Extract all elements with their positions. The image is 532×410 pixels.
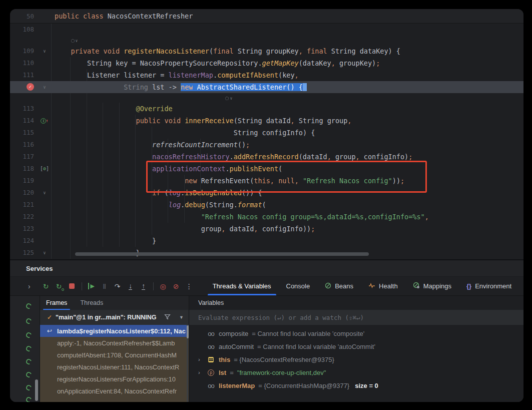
stack-frame-row[interactable]: registerNacosListener:111, NacosContextR [40, 361, 189, 373]
inlay-chevron-icon[interactable]: ∨ [76, 39, 78, 43]
tab-health[interactable]: Health [368, 277, 398, 295]
subtab-frames[interactable]: Frames [46, 296, 67, 310]
breakpoint-icon[interactable]: ✓ [27, 83, 34, 91]
variable-row[interactable]: ooautoCommit = Cannot find local variabl… [189, 340, 523, 353]
stop-icon[interactable] [66, 280, 79, 292]
gutter-icon-area[interactable] [38, 199, 51, 211]
code-line-121[interactable]: 121log.debug(String.format( [10, 199, 523, 211]
variable-row[interactable]: ›plst = "framework-core-up-client,dev" [189, 366, 523, 379]
line-number[interactable]: 125 [10, 247, 38, 259]
gutter-icon-area[interactable] [38, 57, 51, 69]
code-line-112[interactable]: ✓∨String lst -> new AbstractSharedListen… [10, 81, 523, 93]
gutter-icon-area[interactable] [38, 9, 51, 23]
subtab-threads[interactable]: Threads [80, 296, 103, 310]
stack-frame-row[interactable]: registerNacosListenersForApplications:10 [40, 373, 189, 385]
fold-chevron-icon[interactable]: ∨ [43, 49, 46, 54]
gutter-icon-area[interactable] [38, 127, 51, 139]
code-line-122[interactable]: 122"Refresh Nacos config group=%s,dataId… [10, 211, 523, 223]
gutter-icon-area[interactable] [38, 151, 51, 163]
fold-chevron-icon[interactable]: ∨ [43, 190, 46, 195]
tab-environment[interactable]: {}Environment [466, 277, 511, 295]
gutter-icon-area[interactable]: ∨ [38, 45, 51, 57]
code-line-119[interactable]: 119new RefreshEvent(this, null, "Refresh… [10, 175, 523, 187]
inlay-hint-row[interactable]: ∨ [10, 36, 523, 45]
code-line-115[interactable]: 115String configInfo) { [10, 127, 523, 139]
thread-selector[interactable]: ✓ "main"@1 in gr...main": RUNNING ▼ [40, 310, 189, 325]
code-line-117[interactable]: 117nacosRefreshHistory.addRefreshRecord(… [10, 151, 523, 163]
code-line-120[interactable]: 120∨if (log.isDebugEnabled()) { [10, 187, 523, 199]
line-number[interactable]: 110 [10, 57, 38, 69]
line-number[interactable]: 123 [10, 223, 38, 235]
chevron-down-icon[interactable]: ▼ [179, 315, 184, 320]
resume-icon[interactable]: ▶ [85, 280, 98, 292]
line-number[interactable]: 118 [10, 163, 38, 175]
line-number[interactable]: 113 [10, 103, 38, 115]
code-line-124[interactable]: 124} [10, 235, 523, 247]
code-line-108[interactable]: 108 [10, 24, 523, 36]
running-service-icon[interactable] [25, 317, 33, 325]
gutter-icon-area[interactable]: [⊘] [38, 163, 51, 175]
gutter-icon-area[interactable] [38, 24, 51, 36]
stack-frame-row[interactable]: onApplicationEvent:84, NacosContextRefr [40, 385, 189, 397]
expand-chevron-icon[interactable]: › [198, 356, 203, 362]
fold-chevron-icon[interactable]: ∨ [43, 250, 46, 255]
running-service-icon[interactable] [25, 384, 33, 391]
rerun-icon[interactable]: ↻ [40, 280, 53, 292]
gutter-icon-area[interactable] [38, 223, 51, 235]
line-number[interactable]: 124 [10, 235, 38, 247]
expand-services-tree-icon[interactable]: › [28, 282, 31, 290]
line-number[interactable]: 120 [10, 187, 38, 199]
evaluate-expression-input[interactable] [198, 314, 510, 321]
line-number[interactable] [10, 93, 38, 103]
rerun-debug-icon[interactable]: ↻ [53, 280, 66, 292]
tab-console[interactable]: Console [286, 277, 310, 295]
line-number[interactable]: 115 [10, 127, 38, 139]
inlay-hint-row[interactable]: ∨ [10, 93, 523, 103]
filter-frames-icon[interactable] [164, 314, 171, 321]
line-number[interactable]: 108 [10, 24, 38, 36]
mute-breakpoints-icon[interactable]: ⊘ [170, 280, 183, 292]
gutter-icon-area[interactable] [38, 211, 51, 223]
fold-chevron-icon[interactable]: ∨ [43, 85, 46, 90]
gutter-icon-area[interactable] [38, 93, 51, 103]
variable-row[interactable]: oocomposite = Cannot find local variable… [189, 327, 523, 340]
line-number[interactable]: 117 [10, 151, 38, 163]
code-line-109[interactable]: 109∨private void registerNacosListener(f… [10, 45, 523, 57]
pause-icon[interactable]: Ⅱ [98, 280, 111, 292]
stack-frame-row[interactable]: computeIfAbsent:1708, ConcurrentHashM [40, 349, 189, 361]
gutter-icon-area[interactable] [38, 103, 51, 115]
gutter-icon-area[interactable] [38, 175, 51, 187]
expand-chevron-icon[interactable]: › [198, 369, 203, 375]
running-service-icon[interactable] [25, 396, 33, 402]
code-line-50[interactable]: 50public class NacosContextRefresher [10, 9, 523, 24]
services-tree-scrollbar[interactable] [35, 379, 38, 401]
inlay-gear-icon[interactable] [225, 97, 229, 100]
inlay-chevron-icon[interactable]: ∨ [230, 96, 232, 101]
line-number[interactable]: 50 [10, 9, 38, 23]
line-number[interactable] [10, 36, 38, 45]
inlay-gear-icon[interactable] [71, 39, 75, 43]
line-number[interactable]: 111 [10, 69, 38, 81]
line-number[interactable]: 122 [10, 211, 38, 223]
step-over-icon[interactable]: ↷ [111, 280, 124, 292]
code-line-110[interactable]: 110String key = NacosPropertySourceRepos… [10, 57, 523, 69]
code-line-111[interactable]: 111Listener listener = listenerMap.compu… [10, 69, 523, 81]
code-line-118[interactable]: 118[⊘]applicationContext.publishEvent( [10, 163, 523, 175]
line-number[interactable]: 114 [10, 115, 38, 127]
variable-row[interactable]: oolistenerMap = {ConcurrentHashMap@9377}… [189, 379, 523, 392]
running-service-icon[interactable] [25, 331, 33, 339]
code-editor[interactable]: 50public class NacosContextRefresher108∨… [10, 9, 523, 259]
running-service-icon[interactable] [25, 345, 33, 352]
stack-frame-row[interactable]: apply:-1, NacosContextRefresher$$Lamb [40, 337, 189, 349]
gutter-icon-area[interactable]: ∨ [38, 81, 51, 93]
running-service-icon[interactable] [25, 371, 33, 378]
line-number[interactable]: ✓ [10, 81, 38, 93]
gutter-icon-area[interactable] [38, 36, 51, 45]
gutter-icon-area[interactable] [38, 69, 51, 81]
tab-threads-variables[interactable]: Threads & Variables [213, 277, 271, 295]
step-into-icon[interactable]: ↓ [124, 280, 137, 292]
line-number[interactable]: 119 [10, 175, 38, 187]
gutter-icon-area[interactable]: I↑ [38, 115, 51, 127]
gutter-icon-area[interactable]: ∨ [38, 247, 51, 259]
line-number[interactable]: 116 [10, 139, 38, 151]
